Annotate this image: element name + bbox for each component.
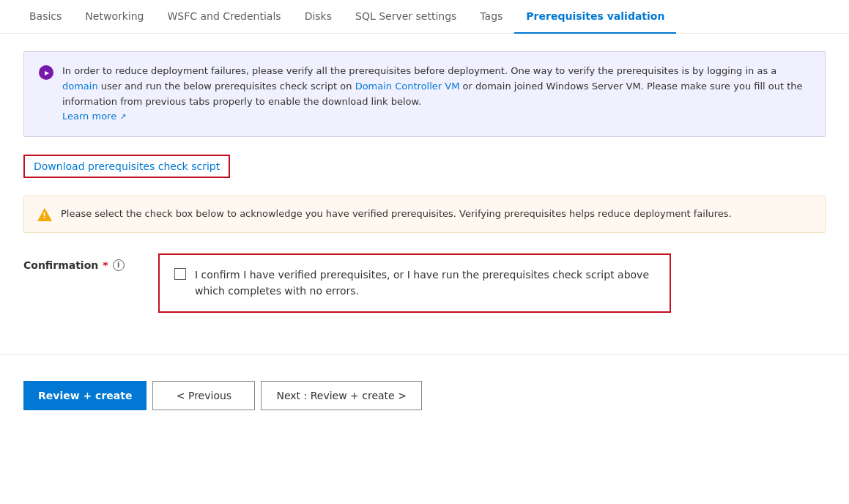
tab-networking[interactable]: Networking — [73, 0, 155, 34]
info-rocket-icon — [39, 65, 53, 80]
tab-tags[interactable]: Tags — [468, 0, 514, 34]
confirmation-checkbox[interactable] — [174, 268, 186, 280]
warning-text: Please select the check box below to ack… — [61, 207, 732, 222]
warning-box: Please select the check box below to ack… — [23, 196, 826, 233]
learn-more-label: Learn more — [62, 109, 116, 125]
footer-actions: Review + create < Previous Next : Review… — [0, 369, 849, 422]
required-indicator: * — [103, 259, 108, 271]
tab-sql[interactable]: SQL Server settings — [344, 0, 468, 34]
confirmation-box: I confirm I have verified prerequisites,… — [158, 253, 671, 313]
tab-disks[interactable]: Disks — [293, 0, 344, 34]
tab-navigation: Basics Networking WSFC and Credentials D… — [0, 0, 849, 34]
info-box: In order to reduce deployment failures, … — [23, 51, 826, 137]
info-tooltip-icon[interactable]: i — [113, 259, 125, 271]
confirmation-text: I confirm I have verified prerequisites,… — [195, 267, 655, 300]
download-prerequisites-button[interactable]: Download prerequisites check script — [23, 155, 230, 178]
tab-wsfc[interactable]: WSFC and Credentials — [155, 0, 292, 34]
warning-icon — [37, 208, 52, 221]
confirmation-label: Confirmation * i — [23, 253, 141, 271]
confirmation-label-text: Confirmation — [23, 259, 98, 271]
footer-divider — [0, 354, 849, 355]
tab-basics[interactable]: Basics — [18, 0, 73, 34]
main-content: In order to reduce deployment failures, … — [0, 34, 849, 354]
info-text-block: In order to reduce deployment failures, … — [62, 64, 810, 125]
info-description: In order to reduce deployment failures, … — [62, 65, 803, 107]
learn-more-link[interactable]: Learn more ↗ — [62, 109, 126, 125]
review-create-button[interactable]: Review + create — [23, 381, 147, 410]
previous-button[interactable]: < Previous — [152, 381, 255, 410]
tab-prereq[interactable]: Prerequisites validation — [514, 0, 676, 34]
next-button[interactable]: Next : Review + create > — [261, 381, 421, 410]
confirmation-row: Confirmation * i I confirm I have verifi… — [23, 253, 826, 313]
external-link-icon: ↗ — [119, 111, 126, 124]
